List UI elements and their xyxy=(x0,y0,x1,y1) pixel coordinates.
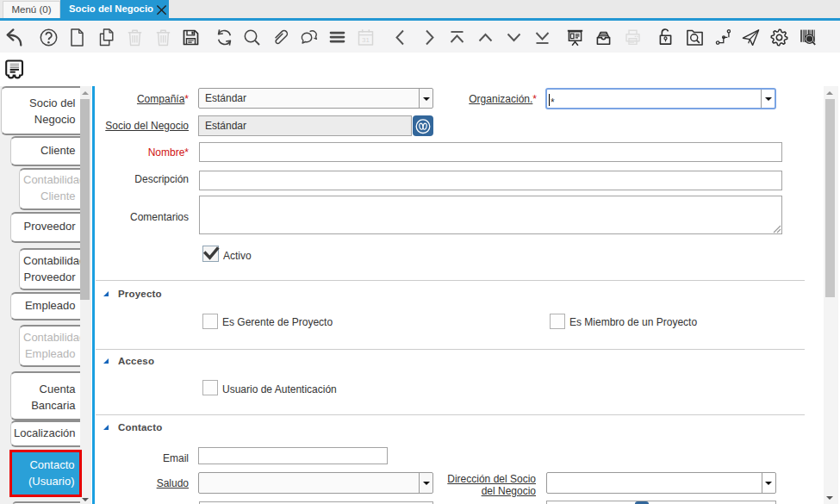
svg-text:31: 31 xyxy=(362,36,370,44)
